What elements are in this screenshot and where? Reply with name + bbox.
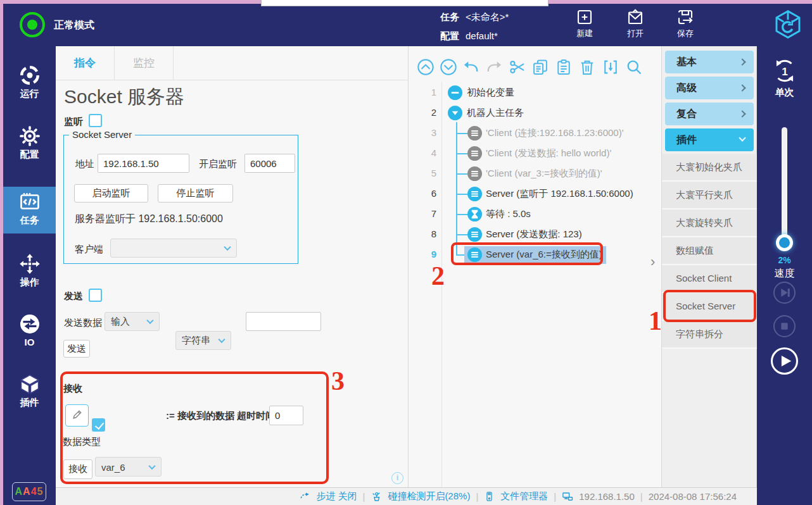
stop-button[interactable] — [773, 315, 796, 337]
group-composite[interactable]: 复合 — [665, 103, 754, 125]
slider-knob-dot — [779, 237, 790, 248]
new-task-button[interactable]: 新建 — [564, 8, 605, 44]
socket-server-group: Socket Server 地址 开启监听 启动监听 停止监听 服务器监听于 1… — [63, 135, 298, 264]
copy-icon[interactable] — [531, 58, 549, 78]
tree-row[interactable]: 5 'Client (var_3:=接收到的值)' — [409, 164, 649, 184]
program-tree-panel: 1 初始化变量 2 机器人主任务 3 'Client (连接:192.168.1… — [409, 46, 662, 487]
move-up-icon[interactable] — [417, 58, 435, 78]
node-text: Server (发送数据: 123) — [486, 228, 582, 240]
collision-status[interactable]: 碰撞检测开启(28%) — [388, 490, 470, 502]
task-value: <未命名>* — [466, 11, 509, 22]
new-button-label: 新建 — [564, 28, 605, 39]
config-value: default* — [466, 30, 498, 41]
port-input[interactable] — [244, 154, 295, 173]
single-loop-icon[interactable]: 1 — [770, 56, 799, 88]
palette-item-dh-init-gripper[interactable]: 大寰初始化夹爪 — [662, 154, 757, 182]
listen-checkbox[interactable] — [89, 114, 102, 127]
panel-collapse-chevron[interactable]: › — [650, 254, 655, 270]
annotation-number-3: 3 — [331, 366, 345, 396]
tree-row[interactable]: 4 'Client (发送数据: hello world)' — [409, 144, 649, 164]
send-type-select[interactable]: 字符串 — [175, 331, 231, 350]
port-label: 开启监听 — [199, 158, 237, 170]
mode-label: 正常模式 — [54, 19, 94, 32]
step-mode-icon — [300, 491, 310, 502]
tree-row[interactable]: 6 Server (监听于 192.168.1.50:6000) — [409, 184, 649, 204]
expand-node-icon[interactable] — [448, 106, 462, 120]
wait-node-icon — [467, 207, 482, 221]
sidebar-item-io[interactable]: IO — [3, 309, 56, 357]
send-button[interactable]: 发送 — [63, 340, 90, 358]
tree-row[interactable]: 2 机器人主任务 — [409, 103, 649, 123]
save-task-button[interactable]: 保存 — [665, 8, 706, 44]
info-icon[interactable]: i — [391, 472, 403, 484]
task-label: 任务 — [440, 11, 459, 22]
delete-icon[interactable] — [578, 58, 596, 78]
search-icon[interactable] — [625, 58, 643, 78]
sidebar-label-run: 运行 — [20, 88, 39, 99]
paste-icon[interactable] — [555, 58, 573, 78]
tree-row[interactable]: 3 'Client (连接:192.168.1.23:6000)' — [409, 123, 649, 144]
badge-char: 5 — [37, 486, 44, 497]
annotation-box-tree-row — [451, 242, 603, 265]
network-icon — [562, 491, 573, 502]
node-text: 'Client (var_3:=接收到的值)' — [486, 168, 602, 180]
send-source-select[interactable]: 输入 — [105, 312, 160, 331]
ip-address: 192.168.1.50 — [579, 491, 635, 502]
client-label: 客户端 — [75, 244, 103, 256]
play-button[interactable] — [771, 347, 798, 375]
palette-item-dh-rotary-gripper[interactable]: 大寰旋转夹爪 — [662, 209, 757, 237]
sidebar-label-io: IO — [25, 337, 35, 347]
user-badge[interactable]: AA45 — [12, 482, 46, 501]
palette-item-socket-client[interactable]: Socket Client — [662, 265, 757, 293]
speed-value: 2% — [757, 255, 812, 265]
open-task-button[interactable]: 打开 — [615, 8, 656, 44]
start-listen-button[interactable]: 启动监听 — [74, 184, 148, 203]
page-title: Socket 服务器 — [64, 84, 184, 110]
sidebar-item-operate[interactable]: 操作 — [3, 249, 56, 297]
sidebar-item-task[interactable]: 任务 — [3, 187, 56, 234]
command-node-icon — [467, 126, 482, 140]
listen-label: 监听 — [64, 116, 83, 128]
speed-slider-knob[interactable] — [776, 234, 793, 251]
step-forward-button[interactable] — [773, 282, 796, 304]
speed-slider-track[interactable] — [782, 127, 787, 247]
tree-row[interactable]: 7 等待 : 5.0s — [409, 204, 649, 225]
palette-item-dh-parallel-gripper[interactable]: 大寰平行夹爪 — [662, 182, 757, 209]
group-label: 插件 — [676, 134, 697, 145]
client-select[interactable] — [110, 239, 237, 258]
send-data-input[interactable] — [246, 312, 321, 331]
send-checkbox[interactable] — [89, 289, 102, 302]
separator: | — [362, 491, 365, 502]
group-advanced[interactable]: 高级 — [665, 77, 754, 99]
step-status[interactable]: 步进 关闭 — [316, 490, 357, 502]
undo-icon[interactable] — [462, 58, 480, 78]
command-node-icon — [467, 227, 482, 242]
redo-icon[interactable] — [485, 58, 503, 78]
line-number: 9 — [409, 249, 436, 259]
tab-instruction[interactable]: 指令 — [56, 46, 115, 80]
tree-row[interactable]: 1 初始化变量 — [409, 83, 649, 103]
sidebar-item-run[interactable]: 运行 — [3, 60, 56, 108]
address-input[interactable] — [98, 154, 189, 173]
node-text: 'Client (连接:192.168.1.23:6000)' — [486, 127, 624, 139]
node-text: 等待 : 5.0s — [486, 208, 531, 220]
status-dot — [27, 20, 37, 30]
sidebar-item-plugin[interactable]: 插件 — [3, 369, 56, 417]
file-manager-link[interactable]: 文件管理器 — [500, 490, 548, 502]
play-icon — [773, 364, 796, 375]
group-plugin[interactable]: 插件 — [665, 128, 754, 151]
group-basic[interactable]: 基本 — [665, 51, 754, 73]
palette-item-string-split[interactable]: 字符串拆分 — [662, 321, 757, 349]
annotation-number-2: 2 — [431, 261, 445, 291]
line-number: 3 — [409, 127, 436, 138]
palette-item-array-assign[interactable]: 数组赋值 — [662, 237, 757, 265]
sidebar-item-config[interactable]: 配置 — [3, 121, 56, 169]
line-number: 5 — [409, 168, 436, 178]
move-down-icon[interactable] — [440, 58, 457, 78]
chevron-down-icon — [146, 317, 153, 324]
insert-icon[interactable] — [602, 58, 619, 78]
stop-listen-button[interactable]: 停止监听 — [158, 184, 233, 203]
cut-icon[interactable] — [509, 58, 526, 78]
group-label: 高级 — [676, 82, 697, 93]
tab-monitor[interactable]: 监控 — [115, 46, 174, 80]
